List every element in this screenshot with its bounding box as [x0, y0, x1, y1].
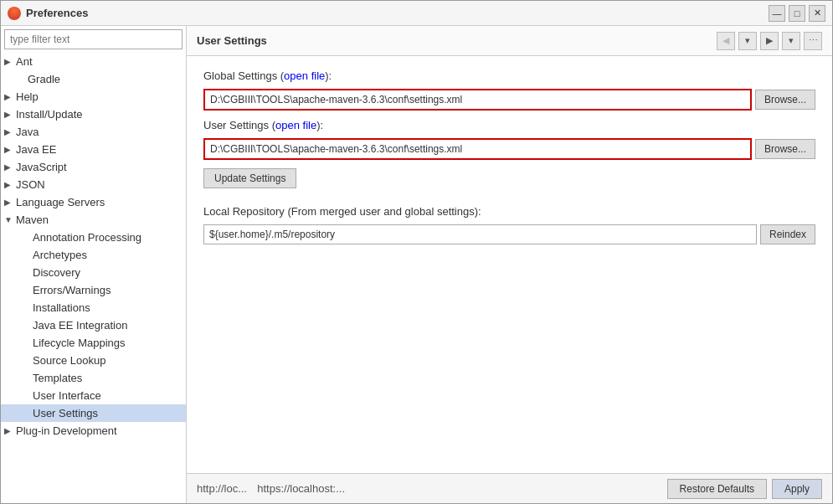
sidebar-item-label: Annotation Processing: [33, 231, 183, 244]
panel-title: User Settings: [197, 34, 267, 47]
reindex-button[interactable]: Reindex: [760, 224, 815, 244]
nav-back-button[interactable]: ◀: [717, 32, 735, 50]
update-settings-button[interactable]: Update Settings: [203, 168, 296, 188]
user-settings-prefix: User Settings (: [203, 119, 275, 131]
global-settings-link[interactable]: open file: [284, 69, 325, 82]
sidebar-item-archetypes[interactable]: Archetypes: [1, 246, 186, 264]
user-settings-suffix: ):: [316, 119, 323, 131]
content-area: ▶ Ant Gradle ▶ Help ▶ Install/Update: [1, 26, 832, 503]
sidebar-item-label: Archetypes: [33, 249, 183, 261]
sidebar-item-label: Gradle: [28, 73, 183, 85]
footer-buttons: Restore Defaults Apply: [667, 479, 822, 499]
user-settings-label: User Settings (open file):: [203, 119, 815, 131]
panel-header: User Settings ◀ ▾ ▶ ▾ ⋯: [187, 26, 832, 56]
expand-arrow: ▶: [4, 162, 16, 172]
maximize-button[interactable]: □: [789, 5, 805, 22]
sidebar-item-label: Errors/Warnings: [33, 284, 183, 296]
sidebar-item-install-update[interactable]: ▶ Install/Update: [1, 105, 186, 123]
sidebar-item-installations[interactable]: Installations: [1, 299, 186, 316]
expand-arrow: ▼: [4, 215, 16, 224]
user-settings-input[interactable]: [203, 138, 752, 160]
user-settings-row: Browse...: [203, 138, 815, 160]
sidebar-item-label: Install/Update: [16, 108, 183, 121]
sidebar-item-json[interactable]: ▶ JSON: [1, 176, 186, 193]
sidebar-item-plugin-development[interactable]: ▶ Plug-in Development: [1, 422, 186, 440]
preferences-window: Preferences — □ ✕ ▶ Ant Gradle: [0, 0, 833, 504]
tree: ▶ Ant Gradle ▶ Help ▶ Install/Update: [1, 53, 186, 503]
sidebar-item-label: Plug-in Development: [16, 424, 183, 437]
sidebar-item-source-lookup[interactable]: Source Lookup: [1, 352, 186, 369]
local-repo-row: Reindex: [203, 224, 815, 244]
nav-dropdown-button[interactable]: ▾: [738, 32, 757, 50]
sidebar-item-user-interface[interactable]: User Interface: [1, 387, 186, 404]
minimize-button[interactable]: —: [769, 5, 785, 22]
main-panel: User Settings ◀ ▾ ▶ ▾ ⋯ Global Settings …: [187, 26, 832, 503]
sidebar-item-label: Language Servers: [16, 196, 183, 208]
footer: http://loc... https://localhost:... Rest…: [187, 473, 832, 503]
global-settings-suffix: ):: [325, 69, 332, 82]
status-right: https://localhost:...: [257, 482, 345, 495]
sidebar-item-maven[interactable]: ▼ Maven: [1, 211, 186, 229]
sidebar-item-java[interactable]: ▶ Java: [1, 123, 186, 141]
filter-input[interactable]: [4, 29, 183, 49]
sidebar-item-discovery[interactable]: Discovery: [1, 264, 186, 281]
sidebar-item-label: Java EE: [16, 143, 183, 156]
nav-forward-dropdown-button[interactable]: ▾: [782, 32, 800, 50]
expand-arrow: ▶: [4, 198, 16, 207]
sidebar-item-user-settings[interactable]: User Settings: [1, 404, 186, 422]
panel-nav: ◀ ▾ ▶ ▾ ⋯: [717, 32, 822, 50]
sidebar-item-label: Help: [16, 90, 183, 103]
sidebar-item-java-ee[interactable]: ▶ Java EE: [1, 141, 186, 158]
panel-body: Global Settings (open file): Browse... U…: [187, 56, 832, 473]
sidebar-item-label: Ant: [16, 55, 183, 68]
sidebar: ▶ Ant Gradle ▶ Help ▶ Install/Update: [1, 26, 187, 503]
global-settings-browse-button[interactable]: Browse...: [755, 90, 815, 110]
sidebar-item-label: Installations: [33, 301, 183, 314]
sidebar-item-language-servers[interactable]: ▶ Language Servers: [1, 193, 186, 211]
sidebar-item-gradle[interactable]: Gradle: [1, 70, 186, 88]
sidebar-item-lifecycle-mappings[interactable]: Lifecycle Mappings: [1, 334, 186, 352]
global-settings-prefix: Global Settings (: [203, 69, 284, 82]
sidebar-item-javascript[interactable]: ▶ JavaScript: [1, 158, 186, 176]
sidebar-item-ant[interactable]: ▶ Ant: [1, 53, 186, 70]
restore-defaults-button[interactable]: Restore Defaults: [667, 479, 767, 499]
global-settings-row: Browse...: [203, 89, 815, 111]
sidebar-item-label: Discovery: [33, 266, 183, 279]
expand-arrow: ▶: [4, 127, 16, 136]
user-settings-link[interactable]: open file: [275, 119, 316, 131]
sidebar-item-label: Maven: [16, 213, 183, 226]
sidebar-item-label: Java EE Integration: [33, 319, 183, 332]
local-repo-input[interactable]: [203, 224, 757, 244]
sidebar-item-label: User Settings: [33, 407, 183, 419]
global-settings-label: Global Settings (open file):: [203, 69, 815, 82]
sidebar-item-label: Java: [16, 126, 183, 138]
preferences-icon: [8, 7, 21, 20]
expand-arrow: ▶: [4, 110, 16, 119]
expand-arrow: ▶: [4, 145, 16, 154]
title-bar-left: Preferences: [8, 7, 88, 20]
user-settings-browse-button[interactable]: Browse...: [755, 139, 815, 159]
close-button[interactable]: ✕: [809, 5, 825, 22]
footer-status: http://loc... https://localhost:...: [197, 482, 667, 495]
sidebar-item-templates[interactable]: Templates: [1, 369, 186, 387]
local-repo-label: Local Repository (From merged user and g…: [203, 205, 815, 218]
window-title: Preferences: [26, 7, 88, 19]
sidebar-item-label: JavaScript: [16, 161, 183, 173]
nav-forward-button[interactable]: ▶: [760, 32, 779, 50]
sidebar-item-help[interactable]: ▶ Help: [1, 88, 186, 105]
sidebar-item-label: JSON: [16, 178, 183, 191]
expand-arrow: ▶: [4, 426, 16, 435]
apply-button[interactable]: Apply: [772, 479, 822, 499]
expand-arrow: ▶: [4, 92, 16, 101]
global-settings-input[interactable]: [203, 89, 752, 111]
sidebar-item-annotation-processing[interactable]: Annotation Processing: [1, 229, 186, 246]
status-left: http://loc...: [197, 482, 247, 495]
title-bar: Preferences — □ ✕: [1, 1, 832, 26]
title-controls: — □ ✕: [769, 5, 825, 22]
sidebar-item-errors-warnings[interactable]: Errors/Warnings: [1, 281, 186, 299]
sidebar-item-label: Source Lookup: [33, 354, 183, 367]
sidebar-item-label: User Interface: [33, 389, 183, 402]
sidebar-item-java-ee-integration[interactable]: Java EE Integration: [1, 316, 186, 334]
sidebar-item-label: Templates: [33, 372, 183, 384]
nav-more-button[interactable]: ⋯: [804, 32, 822, 50]
